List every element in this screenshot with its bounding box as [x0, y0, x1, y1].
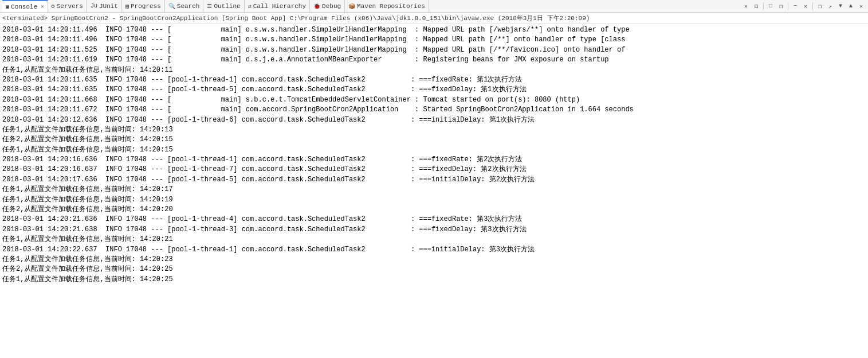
up-btn[interactable]: ▲ [846, 2, 855, 11]
tab-maven-label: Maven Repositories [357, 3, 425, 10]
down-btn[interactable]: ▼ [836, 2, 845, 11]
tab-bar: ▣ Console ✕ ⚙ Servers Ju JUnit ▤ Progres… [2, 0, 429, 12]
maximize-btn[interactable]: ↗ [826, 2, 835, 11]
copy-btn[interactable]: □ [766, 2, 775, 11]
debug-icon: 🐞 [313, 3, 320, 10]
log-line: 任务1,从配置文件加载任务信息,当前时间: 14:20:15 [2, 145, 866, 155]
tab-console-close[interactable]: ✕ [41, 3, 44, 10]
log-line: 任务2,从配置文件加载任务信息,当前时间: 14:20:20 [2, 205, 866, 215]
log-line: 2018-03-01 14:20:11.525 INFO 17048 --- [… [2, 45, 866, 55]
tab-debug[interactable]: 🐞 Debug [310, 0, 345, 12]
tab-junit[interactable]: Ju JUnit [87, 0, 122, 12]
tab-junit-label: JUnit [99, 3, 118, 10]
log-line: 任务1,从配置文件加载任务信息,当前时间: 14:20:21 [2, 235, 866, 244]
log-line: 2018-03-01 14:20:17.636 INFO 17048 --- [… [2, 175, 866, 185]
progress-icon: ▤ [125, 3, 129, 10]
tab-callhierarchy[interactable]: ⇄ Call Hierarchy [245, 0, 310, 12]
log-line: 任务2,从配置文件加载任务信息,当前时间: 14:20:25 [2, 264, 866, 274]
junit-icon: Ju [91, 3, 97, 9]
tab-console-label: Console [11, 3, 37, 10]
console-icon: ▣ [6, 3, 9, 10]
tab-debug-label: Debug [322, 3, 341, 10]
tab-servers-label: Servers [57, 3, 83, 10]
log-line: 任务2,从配置文件加载任务信息,当前时间: 14:20:15 [2, 135, 866, 145]
tab-search[interactable]: 🔍 Search [165, 0, 204, 12]
tab-outline-label: Outline [214, 3, 240, 10]
log-line: 2018-03-01 14:20:11.496 INFO 17048 --- [… [2, 35, 866, 45]
separator1 [763, 2, 764, 10]
tab-progress-label: Progress [131, 3, 161, 10]
log-line: 任务1,从配置文件加载任务信息,当前时间: 14:20:11 [2, 65, 866, 75]
paste-btn[interactable]: ❐ [776, 2, 785, 11]
title-bar-actions: ✕ ⊟ □ ❐ − ✕ ❐ ↗ ▼ ▲ ✕ [741, 2, 866, 11]
log-line: 2018-03-01 14:20:16.636 INFO 17048 --- [… [2, 155, 866, 165]
subtitle-bar: <terminated> SpringBootCron2 - SpringBoo… [0, 13, 868, 24]
stop-btn[interactable]: ✕ [741, 2, 751, 11]
viewmenu-btn[interactable]: ✕ [857, 2, 866, 11]
outline-icon: ☰ [207, 3, 212, 10]
tab-maven[interactable]: 📦 Maven Repositories [345, 0, 429, 12]
callhierarchy-icon: ⇄ [248, 3, 252, 10]
log-line: 2018-03-01 14:20:21.638 INFO 17048 --- [… [2, 225, 866, 235]
log-line: 2018-03-01 14:20:11.619 INFO 17048 --- [… [2, 55, 866, 65]
tab-console[interactable]: ▣ Console ✕ [2, 0, 48, 12]
tab-outline[interactable]: ☰ Outline [203, 0, 244, 12]
separator3 [812, 2, 813, 10]
log-line: 2018-03-01 14:20:11.672 INFO 17048 --- [… [2, 105, 866, 115]
separator2 [788, 2, 788, 10]
pin-btn[interactable]: ❐ [815, 2, 824, 11]
console-content[interactable]: 2018-03-01 14:20:11.496 INFO 17048 --- [… [0, 24, 868, 358]
disconnect-btn[interactable]: ⊟ [752, 2, 761, 11]
subtitle-text: <terminated> SpringBootCron2 - SpringBoo… [2, 15, 590, 22]
tab-search-label: Search [177, 3, 200, 10]
log-line: 2018-03-01 14:20:12.636 INFO 17048 --- [… [2, 115, 866, 125]
log-line: 2018-03-01 14:20:11.635 INFO 17048 --- [… [2, 75, 866, 85]
log-line: 任务1,从配置文件加载任务信息,当前时间: 14:20:17 [2, 185, 866, 194]
clear-btn[interactable]: − [791, 2, 800, 11]
search-icon: 🔍 [168, 3, 175, 10]
close-btn[interactable]: ✕ [801, 2, 810, 11]
log-line: 2018-03-01 14:20:11.635 INFO 17048 --- [… [2, 85, 866, 95]
tab-callhierarchy-label: Call Hierarchy [253, 3, 306, 10]
log-line: 任务1,从配置文件加载任务信息,当前时间: 14:20:23 [2, 255, 866, 264]
log-line: 2018-03-01 14:20:21.636 INFO 17048 --- [… [2, 215, 866, 224]
tab-progress[interactable]: ▤ Progress [122, 0, 165, 12]
log-line: 2018-03-01 14:20:11.668 INFO 17048 --- [… [2, 95, 866, 105]
servers-icon: ⚙ [52, 3, 55, 10]
log-line: 任务1,从配置文件加载任务信息,当前时间: 14:20:19 [2, 195, 866, 205]
log-line: 2018-03-01 14:20:22.637 INFO 17048 --- [… [2, 245, 866, 255]
log-line: 2018-03-01 14:20:11.496 INFO 17048 --- [… [2, 25, 866, 35]
tab-servers[interactable]: ⚙ Servers [48, 0, 87, 12]
log-line: 任务1,从配置文件加载任务信息,当前时间: 14:20:25 [2, 275, 866, 285]
log-line: 2018-03-01 14:20:16.637 INFO 17048 --- [… [2, 165, 866, 174]
log-line: 任务1,从配置文件加载任务信息,当前时间: 14:20:13 [2, 125, 866, 135]
maven-icon: 📦 [348, 3, 355, 10]
title-bar: ▣ Console ✕ ⚙ Servers Ju JUnit ▤ Progres… [0, 0, 868, 13]
